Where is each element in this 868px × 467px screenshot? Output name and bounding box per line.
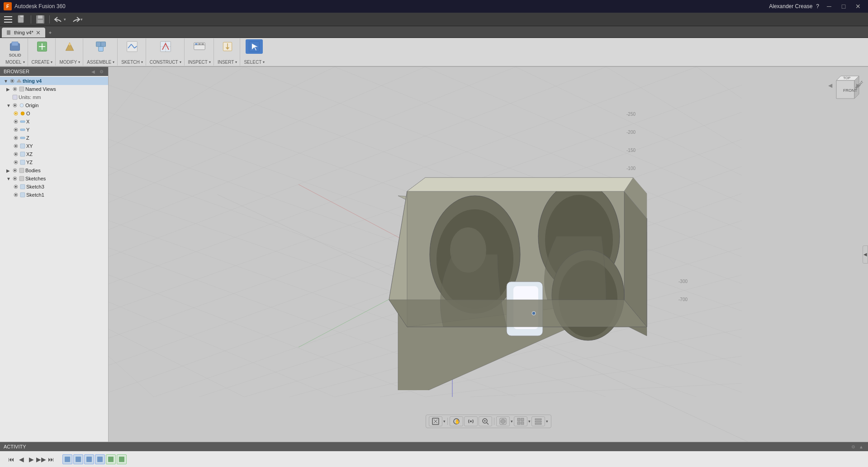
browser-item-y[interactable]: Y	[0, 126, 108, 134]
browser-item-xz[interactable]: XZ	[0, 150, 108, 158]
fit-view-button[interactable]	[429, 416, 442, 426]
display-mode-button[interactable]	[496, 416, 510, 426]
timeline-item-6[interactable]	[117, 454, 127, 464]
visibility-icon-y[interactable]	[13, 127, 19, 133]
svg-line-156	[487, 423, 489, 425]
browser-item-thing-v4[interactable]: ▼ thing v4	[0, 77, 108, 85]
browser-item-xy[interactable]: XY	[0, 142, 108, 150]
visibility-icon-sketch3[interactable]	[13, 184, 19, 190]
tab-close-button[interactable]: ✕	[36, 30, 41, 36]
orbit-button[interactable]	[464, 416, 478, 426]
ribbon-insert-label[interactable]: INSERT ▾	[218, 60, 237, 65]
visibility-icon-z[interactable]	[13, 135, 19, 141]
ribbon-create-icon[interactable]	[33, 39, 51, 54]
ribbon-create-label[interactable]: CREATE ▾	[32, 60, 53, 65]
timeline-item-3[interactable]	[84, 454, 94, 464]
browser-item-z[interactable]: Z	[0, 134, 108, 142]
ribbon-sketch-label[interactable]: SKETCH ▾	[121, 60, 143, 65]
new-tab-button[interactable]: +	[46, 28, 54, 38]
ribbon-modify-label[interactable]: MODIFY ▾	[59, 60, 80, 65]
undo-button[interactable]: ▾	[52, 14, 68, 24]
browser-settings[interactable]: ⚙	[98, 68, 104, 75]
ribbon-construct-label[interactable]: CONSTRUCT ▾	[150, 60, 181, 65]
timeline-item-4[interactable]	[95, 454, 105, 464]
browser-item-sketches[interactable]: ▼ Sketches	[0, 175, 108, 183]
minimize-button[interactable]: ─	[823, 0, 835, 13]
viewport[interactable]: -250 -200 -150 -100 -50 0 50 100 200 300…	[109, 67, 868, 442]
ribbon-select-label[interactable]: SELECT ▾	[244, 60, 265, 65]
browser-item-sketch1[interactable]: Sketch1	[0, 191, 108, 199]
browser-item-x[interactable]: X	[0, 118, 108, 126]
item-icon-xy	[19, 143, 26, 149]
visibility-icon-o[interactable]	[13, 110, 19, 117]
browser-item-o[interactable]: O	[0, 109, 108, 118]
view-options-button[interactable]	[531, 416, 545, 426]
timeline-play-button[interactable]: ▶	[27, 455, 35, 463]
timeline-item-5[interactable]	[106, 454, 116, 464]
bt-sep1	[447, 418, 448, 425]
modify-group-text: MODIFY	[59, 60, 77, 65]
viewport-right-collapse[interactable]: ◀	[863, 245, 868, 264]
ribbon-inspect-label[interactable]: INSPECT ▾	[188, 60, 211, 65]
timeline-prev-button[interactable]: ◀	[17, 455, 25, 463]
model-chevron: ▾	[23, 60, 25, 64]
browser-item-origin[interactable]: ▼ Origin	[0, 101, 108, 109]
timeline-item-1[interactable]	[62, 454, 72, 464]
ribbon-sketch-icon[interactable]	[123, 39, 141, 54]
browser-item-label: thing v4	[23, 78, 42, 84]
svg-text:◀: ◀	[828, 82, 833, 89]
browser-item-units: Units: mm	[0, 93, 108, 101]
activity-expand[interactable]: ▲	[858, 443, 864, 450]
activity-settings[interactable]: ⚙	[850, 443, 856, 450]
visibility-icon-xz[interactable]	[13, 151, 19, 157]
zoom-button[interactable]	[479, 416, 492, 426]
sketch1-label: Sketch1	[26, 192, 44, 198]
y-label: Y	[26, 127, 29, 132]
visibility-icon-sketches[interactable]	[12, 175, 18, 182]
ribbon-assemble-label[interactable]: ASSEMBLE ▾	[87, 60, 114, 65]
document-tab[interactable]: thing v4* ✕	[2, 28, 45, 38]
timeline-item-2[interactable]	[73, 454, 83, 464]
ribbon-model-label[interactable]: MODEL ▾	[5, 60, 25, 65]
visibility-icon-origin[interactable]	[12, 102, 18, 108]
timeline-next-button[interactable]: ▶▶	[37, 455, 45, 463]
activity-title: ACTIVITY	[4, 444, 26, 449]
close-button[interactable]: ✕	[852, 0, 864, 13]
ribbon-construct-icon[interactable]	[157, 39, 174, 54]
svg-point-71	[15, 186, 17, 188]
visibility-icon-yz[interactable]	[13, 159, 19, 165]
ribbon-modify-icon[interactable]	[61, 39, 78, 54]
save-button[interactable]	[33, 14, 47, 25]
browser-item-sketch3[interactable]: Sketch3	[0, 183, 108, 191]
grid-settings-button[interactable]	[514, 416, 527, 426]
visibility-icon-x[interactable]	[13, 118, 19, 125]
browser-item-named-views[interactable]: ▶ Named Views	[0, 85, 108, 93]
svg-rect-173	[119, 457, 124, 462]
ribbon-insert-icon[interactable]	[219, 39, 236, 54]
ribbon-assemble-icon[interactable]	[92, 39, 109, 54]
svg-text:▶: ▶	[856, 82, 861, 89]
redo-button[interactable]: ▾	[68, 14, 85, 24]
ribbon-inspect-icon[interactable]	[191, 39, 208, 54]
visibility-icon-thing[interactable]	[9, 78, 15, 84]
ribbon-model-solid[interactable]: SOLID	[6, 39, 24, 58]
browser-item-yz[interactable]: YZ	[0, 158, 108, 166]
file-menu-button[interactable]	[14, 14, 29, 25]
browser-item-bodies[interactable]: ▶ Bodies	[0, 166, 108, 175]
visibility-icon-bodies[interactable]	[12, 167, 18, 174]
view-cube[interactable]: FRONT TOP RIGHT ◀ ▶	[827, 71, 863, 108]
main-menu-button[interactable]	[2, 15, 14, 24]
browser-collapse-left[interactable]: ◀	[90, 68, 96, 75]
maximize-button[interactable]: □	[837, 0, 850, 13]
help-icon[interactable]: ?	[816, 3, 819, 9]
pan-button[interactable]: ✋	[450, 416, 463, 426]
ribbon-select-icon[interactable]	[246, 39, 263, 54]
ruler-250: -250	[626, 112, 636, 117]
visibility-icon-named-views[interactable]	[12, 86, 18, 92]
timeline-end-button[interactable]: ⏭	[47, 455, 55, 463]
timeline-start-button[interactable]: ⏮	[7, 455, 15, 463]
svg-point-139	[532, 311, 536, 315]
item-icon-xz	[19, 151, 26, 157]
visibility-icon-sketch1[interactable]	[13, 192, 19, 198]
visibility-icon-xy[interactable]	[13, 143, 19, 149]
